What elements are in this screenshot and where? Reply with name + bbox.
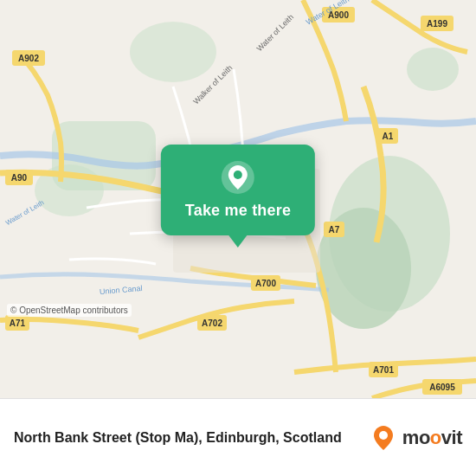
take-me-there-button[interactable]: Take me there xyxy=(185,202,291,220)
svg-text:A701: A701 xyxy=(373,365,394,375)
svg-point-45 xyxy=(234,170,242,179)
popup-overlay: Take me there xyxy=(161,145,315,235)
popup-bubble: Take me there xyxy=(161,145,315,235)
svg-text:A6095: A6095 xyxy=(429,383,455,392)
stop-name: North Bank Street (Stop Ma), Edinburgh, … xyxy=(14,430,342,445)
svg-text:A71: A71 xyxy=(10,318,26,328)
svg-text:A7: A7 xyxy=(329,225,340,235)
svg-text:A1: A1 xyxy=(383,132,394,141)
location-pin-icon xyxy=(221,160,255,195)
moovit-logo: moovit xyxy=(370,424,462,452)
footer-text-block: North Bank Street (Stop Ma), Edinburgh, … xyxy=(14,430,359,446)
svg-text:A902: A902 xyxy=(18,54,39,63)
copyright-text: © OpenStreetMap contributors xyxy=(7,304,132,317)
svg-point-46 xyxy=(379,431,388,440)
svg-text:A700: A700 xyxy=(255,279,276,288)
footer: North Bank Street (Stop Ma), Edinburgh, … xyxy=(0,398,476,476)
map-container[interactable]: A199 A900 A902 A1 A90 A7 A700 A702 A71 A… xyxy=(0,0,476,398)
svg-text:A702: A702 xyxy=(202,318,222,328)
moovit-wordmark: moovit xyxy=(402,427,462,449)
moovit-pin-icon xyxy=(370,424,397,452)
svg-text:A90: A90 xyxy=(11,173,28,183)
svg-point-6 xyxy=(130,22,216,82)
svg-point-5 xyxy=(407,48,459,91)
svg-text:A199: A199 xyxy=(427,19,447,29)
